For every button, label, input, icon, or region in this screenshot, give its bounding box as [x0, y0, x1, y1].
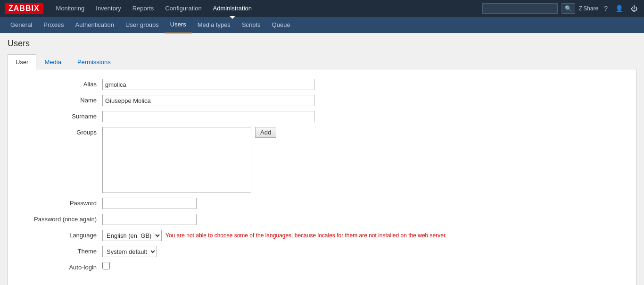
groups-wrapper: Add: [102, 127, 276, 193]
sub-navigation: General Proxies Authentication User grou…: [0, 17, 644, 33]
help-icon[interactable]: ?: [602, 5, 610, 12]
top-nav-right: 🔍 Z Share ? 👤 ⏻: [482, 3, 639, 14]
language-label: Language: [17, 230, 102, 241]
nav-administration[interactable]: Administration: [207, 0, 257, 17]
groups-listbox[interactable]: [102, 127, 251, 193]
user-icon[interactable]: 👤: [613, 5, 625, 12]
share-button[interactable]: Z Share: [579, 5, 598, 12]
password-label: Password: [17, 198, 102, 209]
subnav-proxies[interactable]: Proxies: [38, 17, 69, 33]
surname-row: Surname: [17, 111, 627, 122]
subnav-general[interactable]: General: [5, 17, 38, 33]
language-row: Language English (en_GB) Czech French Ge…: [17, 230, 627, 241]
nav-configuration[interactable]: Configuration: [159, 0, 207, 17]
tab-user[interactable]: User: [8, 54, 36, 69]
logo[interactable]: ZABBIX: [5, 3, 43, 14]
password-again-input[interactable]: [102, 214, 197, 225]
language-warning: You are not able to choose some of the l…: [165, 232, 447, 239]
subnav-user-groups[interactable]: User groups: [120, 17, 165, 33]
theme-label: Theme: [17, 246, 102, 257]
surname-input[interactable]: [102, 111, 314, 122]
language-controls: English (en_GB) Czech French German Ital…: [102, 230, 447, 241]
groups-label: Groups: [17, 127, 102, 138]
auto-login-row: Auto-login: [17, 262, 627, 273]
theme-row: Theme System default Blue Dark: [17, 246, 627, 257]
subnav-scripts[interactable]: Scripts: [236, 17, 266, 33]
groups-row: Groups Add: [17, 127, 627, 193]
add-group-button[interactable]: Add: [255, 127, 276, 138]
form-container: Alias Name Surname Groups Add Password: [8, 69, 636, 285]
name-label: Name: [17, 95, 102, 106]
auto-login-label: Auto-login: [17, 262, 102, 273]
subnav-users[interactable]: Users: [165, 17, 192, 34]
page-title: Users: [8, 39, 636, 49]
password-again-label: Password (once again): [17, 214, 102, 225]
name-row: Name: [17, 95, 627, 106]
page-content: Users User Media Permissions Alias Name …: [0, 33, 644, 285]
zabbix-icon: Z: [579, 5, 582, 12]
power-icon[interactable]: ⏻: [629, 5, 639, 12]
password-input[interactable]: [102, 198, 197, 209]
subnav-media-types[interactable]: Media types: [192, 17, 236, 33]
tab-permissions[interactable]: Permissions: [69, 54, 119, 69]
search-input[interactable]: [482, 3, 558, 14]
search-button[interactable]: 🔍: [561, 3, 575, 14]
subnav-authentication[interactable]: Authentication: [70, 17, 120, 33]
tab-media[interactable]: Media: [36, 54, 69, 69]
alias-row: Alias: [17, 79, 627, 90]
tabs: User Media Permissions: [8, 54, 636, 69]
subnav-queue[interactable]: Queue: [266, 17, 296, 33]
theme-select[interactable]: System default Blue Dark: [102, 246, 157, 257]
language-select[interactable]: English (en_GB) Czech French German Ital…: [102, 230, 162, 241]
auto-login-checkbox[interactable]: [102, 262, 110, 269]
nav-reports[interactable]: Reports: [127, 0, 160, 17]
surname-label: Surname: [17, 111, 102, 122]
top-navigation: ZABBIX Monitoring Inventory Reports Conf…: [0, 0, 644, 17]
alias-input[interactable]: [102, 79, 314, 90]
alias-label: Alias: [17, 79, 102, 90]
nav-inventory[interactable]: Inventory: [90, 0, 126, 17]
nav-monitoring[interactable]: Monitoring: [50, 0, 91, 17]
password-row: Password: [17, 198, 627, 209]
password-again-row: Password (once again): [17, 214, 627, 225]
name-input[interactable]: [102, 95, 314, 106]
